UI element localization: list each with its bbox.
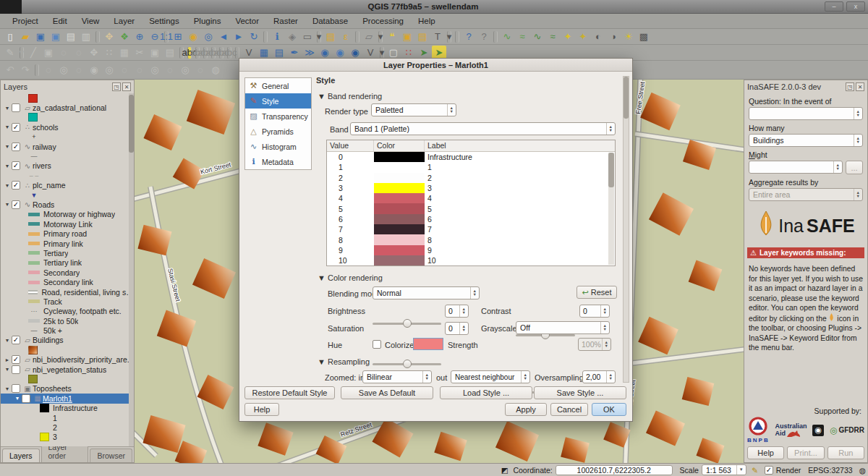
tab-pyramids[interactable]: △ Pyramids xyxy=(245,124,311,139)
expander-icon[interactable]: ▼ xyxy=(4,124,11,129)
palette-label[interactable]: Infrastructure xyxy=(425,152,615,162)
colorize-checkbox[interactable] xyxy=(373,340,381,349)
zoom-selection-icon[interactable]: ◉ xyxy=(186,30,200,44)
contrast-spinbox[interactable]: 0 ▲▼ xyxy=(579,305,610,318)
collapse-icon[interactable]: ▼ xyxy=(318,357,326,366)
open-attribute-table-icon[interactable]: ▤ xyxy=(323,30,338,44)
zoom-native-icon[interactable]: 1:1 xyxy=(164,31,169,43)
coordinate-input[interactable] xyxy=(556,465,673,475)
layer-checkbox[interactable] xyxy=(12,103,20,112)
new-bookmark-icon[interactable]: ▣ xyxy=(400,30,414,44)
load-style-button[interactable]: Load Style ... xyxy=(440,386,532,399)
expander-icon[interactable]: ▼ xyxy=(4,338,11,343)
color-rendering-section[interactable]: ▼ Color rendering xyxy=(318,273,383,282)
tree-row[interactable]: Primary link xyxy=(1,239,134,248)
colorize-color-swatch[interactable] xyxy=(413,338,443,350)
tree-row[interactable]: — 50k + xyxy=(1,326,134,335)
capture-polygon-icon[interactable]: ◌ xyxy=(56,46,71,60)
panel-tab[interactable]: Layers xyxy=(2,449,40,462)
stretch-full-cumulative-icon[interactable]: ≈ xyxy=(515,30,529,44)
tree-row[interactable]: Tertiary xyxy=(1,248,134,258)
spinner-arrows-icon[interactable]: ▲▼ xyxy=(600,305,609,317)
reset-button[interactable]: ↩ Reset xyxy=(576,286,617,299)
tree-row[interactable]: 2 xyxy=(1,422,134,432)
palette-row[interactable]: 7 7 xyxy=(327,224,615,234)
redo-icon[interactable]: ↷ xyxy=(18,63,33,77)
fill-ring-icon[interactable]: ◉ xyxy=(87,63,101,77)
editing-menu-icon[interactable]: ▾ xyxy=(20,47,24,59)
tree-row[interactable]: Infrastructure xyxy=(1,404,134,413)
tree-row[interactable]: ▼ ▣ Toposheets xyxy=(1,384,134,394)
pan-map-icon[interactable]: ✥ xyxy=(102,30,116,44)
palette-label[interactable]: 1 xyxy=(425,162,615,172)
tree-row[interactable] xyxy=(1,345,134,354)
capture-polygon-add-icon[interactable]: ◌ xyxy=(72,46,86,60)
expander-icon[interactable]: ▼ xyxy=(4,386,11,391)
dialog-help-button[interactable]: Help xyxy=(244,403,279,416)
label-properties-icon[interactable]: abc xyxy=(227,47,231,59)
stretch-full-icon[interactable]: ∿ xyxy=(500,30,514,44)
measure-icon[interactable]: ▱ xyxy=(362,30,376,44)
menu-project[interactable]: Project xyxy=(6,15,45,27)
tree-row[interactable]: Secondary link xyxy=(1,277,134,286)
palette-color-swatch[interactable] xyxy=(374,193,425,203)
panel-close-icon[interactable]: ✕ xyxy=(122,82,131,91)
zoom-last-icon[interactable]: ◄ xyxy=(216,30,231,44)
palette-label[interactable]: 4 xyxy=(425,193,615,203)
zoom-actual-down-icon[interactable]: ✦ xyxy=(576,30,590,44)
hazard-select[interactable]: ▲▼ xyxy=(749,107,863,120)
tree-row[interactable]: + xyxy=(1,132,134,142)
palette-color-swatch[interactable] xyxy=(374,255,425,265)
spinner-arrows-icon[interactable]: ▲▼ xyxy=(459,323,468,334)
layer-checkbox[interactable]: ✓ xyxy=(12,336,20,344)
whats-this-icon[interactable]: ? xyxy=(477,30,491,44)
tree-row[interactable]: Motorway or highway xyxy=(1,210,134,219)
palette-label[interactable]: 2 xyxy=(425,173,615,183)
expander-icon[interactable]: ▼ xyxy=(4,183,11,188)
tree-row[interactable]: ▼ ✓ ∿ rivers xyxy=(1,161,134,171)
undo-icon[interactable]: ↶ xyxy=(3,63,17,77)
tree-row[interactable]: ▼ ✓ ∿ Roads xyxy=(1,200,134,209)
palette-label[interactable]: 9 xyxy=(425,245,615,255)
palette-color-swatch[interactable] xyxy=(374,224,425,234)
expander-icon[interactable]: ▼ xyxy=(4,367,11,372)
layer-checkbox[interactable]: ✓ xyxy=(12,355,20,364)
tree-row[interactable]: Motorway Link xyxy=(1,219,134,229)
zoom-next-icon[interactable]: ► xyxy=(231,30,246,44)
layer-checkbox[interactable]: ✓ xyxy=(12,161,20,170)
palette-color-swatch[interactable] xyxy=(374,183,425,193)
palette-row[interactable]: 8 8 xyxy=(327,234,615,245)
palette-color-swatch[interactable] xyxy=(374,234,425,245)
delete-ring-icon[interactable]: ◎ xyxy=(102,63,116,77)
menu-raster[interactable]: Raster xyxy=(267,15,305,27)
render-type-select[interactable]: Paletted ▲▼ xyxy=(371,103,456,116)
help-contents-icon[interactable]: ? xyxy=(461,30,476,44)
messages-icon[interactable]: ◩ xyxy=(499,466,510,475)
new-project-icon[interactable]: ▯ xyxy=(3,30,17,44)
expander-icon[interactable]: ▼ xyxy=(14,396,21,401)
render-checkbox[interactable]: ✓ xyxy=(765,466,773,475)
palette-color-swatch[interactable] xyxy=(374,152,425,162)
layer-checkbox[interactable] xyxy=(22,394,30,403)
menu-edit[interactable]: Edit xyxy=(46,15,74,27)
tab-metadata[interactable]: ℹ Metadata xyxy=(245,154,311,169)
tree-row[interactable]: ► ✓ ▱ nbi_biodiversity_priority_are... xyxy=(1,355,134,365)
tree-row[interactable]: ▼ ✓ ▱ Buildings xyxy=(1,336,134,345)
saturation-spinbox[interactable]: 0 ▲▼ xyxy=(445,322,469,335)
spinner-arrows-icon[interactable]: ▲▼ xyxy=(606,371,615,383)
save-edits-icon[interactable]: ▣ xyxy=(41,46,56,60)
node-tool-icon[interactable]: ∷ xyxy=(102,46,116,60)
separator[interactable] xyxy=(95,31,100,43)
select-menu-icon[interactable]: ▾ xyxy=(317,31,321,43)
palette-row[interactable]: 6 6 xyxy=(327,214,615,224)
layer-checkbox[interactable]: ✓ xyxy=(12,143,20,151)
tree-row[interactable]: 25k to 50k xyxy=(1,316,134,326)
exposure-select[interactable]: Buildings ▲▼ xyxy=(749,134,863,147)
separator[interactable] xyxy=(455,31,459,43)
tree-row[interactable]: Road, residential, living street, ... xyxy=(1,287,134,297)
palette-color-swatch[interactable] xyxy=(374,203,425,213)
strength-spinbox[interactable]: 100% ▲▼ xyxy=(578,338,611,351)
reshape-features-icon[interactable]: ◌ xyxy=(132,63,147,77)
tree-row[interactable]: ▼ ▱ nbi_vegetation_status xyxy=(1,365,134,374)
palette-label[interactable]: 10 xyxy=(425,255,615,265)
